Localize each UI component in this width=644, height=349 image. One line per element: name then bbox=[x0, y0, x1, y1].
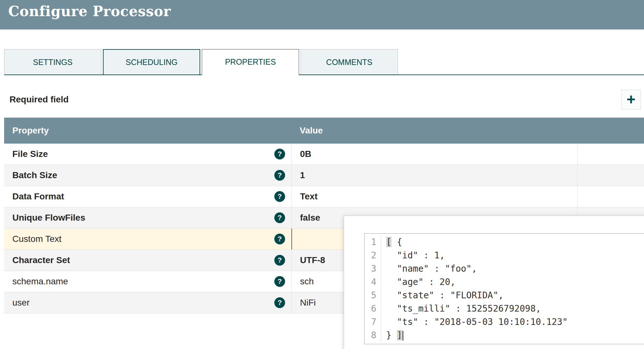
property-value[interactable]: sch bbox=[300, 276, 314, 287]
property-value[interactable]: false bbox=[300, 213, 320, 223]
line-number: 6 bbox=[365, 302, 381, 315]
table-row[interactable]: File Size ? 0B bbox=[4, 144, 644, 165]
tab-scheduling[interactable]: SCHEDULING bbox=[103, 49, 200, 75]
line-number: 4 bbox=[365, 275, 381, 289]
line-number: 8 bbox=[365, 329, 381, 342]
code-text[interactable]: } ] bbox=[381, 329, 403, 342]
code-text[interactable]: "ts_milli" : 1525526792098, bbox=[381, 302, 541, 315]
column-header-property: Property bbox=[4, 126, 291, 136]
property-value[interactable]: NiFi bbox=[300, 298, 316, 308]
dialog-header: Configure Processor bbox=[0, 0, 644, 29]
help-icon[interactable]: ? bbox=[274, 149, 285, 159]
help-icon[interactable]: ? bbox=[274, 255, 285, 266]
table-row[interactable]: Batch Size ? 1 bbox=[4, 165, 644, 186]
bracket-match-highlight: ] bbox=[397, 330, 402, 340]
property-value[interactable]: Text bbox=[300, 191, 318, 202]
editor-line: 7 "ts" : "2018-05-03 10:10:10.123" bbox=[365, 315, 644, 329]
property-value[interactable]: 0B bbox=[300, 149, 311, 159]
line-number: 1 bbox=[365, 236, 381, 249]
help-icon[interactable]: ? bbox=[274, 170, 285, 181]
line-number: 7 bbox=[365, 315, 381, 329]
property-value[interactable]: 1 bbox=[300, 170, 305, 180]
property-name: Character Set bbox=[12, 255, 70, 265]
code-text[interactable]: "ts" : "2018-05-03 10:10:10.123" bbox=[381, 315, 568, 329]
page-title: Configure Processor bbox=[8, 3, 644, 19]
editor-line: 1 [ { bbox=[365, 236, 644, 249]
code-text[interactable]: "state" : "FLORIDA", bbox=[381, 289, 504, 302]
property-value[interactable]: UTF-8 bbox=[300, 255, 325, 265]
editor-line: 6 "ts_milli" : 1525526792098, bbox=[365, 302, 644, 315]
help-icon[interactable]: ? bbox=[274, 191, 285, 202]
tab-properties[interactable]: PROPERTIES bbox=[202, 49, 299, 75]
tab-bar: SETTINGS SCHEDULING PROPERTIES COMMENTS bbox=[4, 49, 644, 75]
column-header-value: Value bbox=[291, 126, 577, 136]
code-text[interactable]: "id" : 1, bbox=[381, 249, 445, 262]
code-text[interactable]: [ { bbox=[381, 236, 402, 249]
help-icon[interactable]: ? bbox=[274, 234, 285, 244]
property-name: schema.name bbox=[12, 276, 68, 287]
property-name: Batch Size bbox=[12, 170, 57, 180]
property-name: user bbox=[12, 298, 29, 308]
add-property-button[interactable]: + bbox=[621, 90, 641, 109]
editor-line: 2 "id" : 1, bbox=[365, 249, 644, 262]
line-number: 5 bbox=[365, 289, 381, 302]
line-number: 3 bbox=[365, 262, 381, 275]
editor-line: 4 "age" : 20, bbox=[365, 275, 644, 289]
plus-icon: + bbox=[627, 92, 635, 107]
row-actions-cell bbox=[577, 186, 644, 207]
property-name: Unique FlowFiles bbox=[12, 213, 85, 223]
help-icon[interactable]: ? bbox=[274, 276, 285, 287]
editor-line: 5 "state" : "FLORIDA", bbox=[365, 289, 644, 302]
editor-line: 8 } ] bbox=[365, 329, 644, 342]
row-actions-cell bbox=[577, 165, 644, 186]
editor-line: 3 "name" : "foo", bbox=[365, 262, 644, 275]
property-name: File Size bbox=[12, 149, 48, 159]
row-actions-cell bbox=[577, 144, 644, 165]
code-editor[interactable]: 1 [ { 2 "id" : 1, 3 "name" : "foo", 4 "a… bbox=[364, 233, 644, 344]
tab-comments[interactable]: COMMENTS bbox=[301, 49, 398, 75]
bracket-match-highlight: [ bbox=[386, 237, 392, 247]
table-row[interactable]: Data Format ? Text bbox=[4, 186, 644, 207]
required-field-label: Required field bbox=[10, 94, 69, 105]
property-name: Custom Text bbox=[12, 234, 61, 244]
value-editor-popup: 1 [ { 2 "id" : 1, 3 "name" : "foo", 4 "a… bbox=[344, 216, 644, 349]
code-text[interactable]: "name" : "foo", bbox=[381, 262, 477, 275]
property-name: Data Format bbox=[12, 191, 64, 202]
text-cursor bbox=[403, 331, 403, 340]
help-icon[interactable]: ? bbox=[274, 212, 285, 223]
line-number: 2 bbox=[365, 249, 381, 262]
properties-toolbar: Required field + bbox=[10, 90, 641, 109]
table-header: Property Value bbox=[4, 118, 644, 144]
help-icon[interactable]: ? bbox=[274, 297, 285, 308]
code-text[interactable]: "age" : 20, bbox=[381, 275, 456, 289]
tab-settings[interactable]: SETTINGS bbox=[4, 49, 101, 75]
